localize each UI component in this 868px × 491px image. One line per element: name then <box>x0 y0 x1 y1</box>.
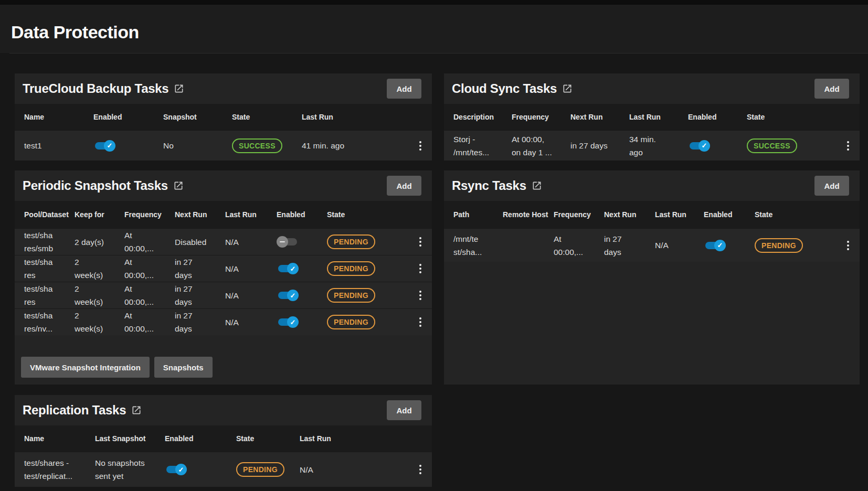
kebab-dot <box>419 465 421 467</box>
cell-value: 2 week(s) <box>75 311 103 333</box>
enabled-toggle[interactable] <box>277 236 299 248</box>
table-row: test/shares - test/replicat...No snapsho… <box>15 452 432 487</box>
cell-text: test/sha res/smb <box>24 229 75 255</box>
table-row: test1✓NoSUCCESS41 min. ago <box>15 130 432 161</box>
row-actions-button[interactable] <box>844 138 852 154</box>
cell-text: 2 day(s) <box>75 236 124 249</box>
column-header: Frequency <box>124 210 175 219</box>
row-actions-button[interactable] <box>844 238 852 253</box>
card-rsync: Rsync TasksAddPathRemote HostFrequencyNe… <box>444 170 860 385</box>
row-actions-button[interactable] <box>416 314 425 330</box>
add-button[interactable]: Add <box>814 79 849 99</box>
external-link-icon[interactable] <box>562 83 573 94</box>
cell-value: 34 min. ago <box>629 135 656 157</box>
kebab-dot <box>419 145 421 147</box>
cell-text: N/A <box>225 262 277 275</box>
enabled-toggle[interactable]: ✓ <box>277 290 299 301</box>
column-header: Keep for <box>75 210 124 219</box>
enabled-toggle[interactable]: ✓ <box>704 240 726 251</box>
row-actions-button[interactable] <box>416 287 425 303</box>
kebab-dot <box>419 291 421 293</box>
add-button[interactable]: Add <box>387 176 421 196</box>
footer-button-vmware-snapshot-integration[interactable]: VMware Snapshot Integration <box>21 357 150 378</box>
cell-value: test/sha res <box>24 258 52 280</box>
state-badge[interactable]: SUCCESS <box>232 138 282 153</box>
kebab-dot <box>419 325 421 327</box>
external-link-icon[interactable] <box>532 180 542 191</box>
cell-value: At 00:00,... <box>124 284 154 306</box>
add-button[interactable]: Add <box>387 400 421 420</box>
row-actions-button[interactable] <box>416 234 425 250</box>
column-header: Pool/Dataset <box>24 210 75 219</box>
cell-value: 41 min. ago <box>302 141 344 150</box>
row-actions-button[interactable] <box>416 261 425 276</box>
column-header: State <box>236 434 300 443</box>
state-badge[interactable]: PENDING <box>327 261 375 276</box>
state-badge[interactable]: SUCCESS <box>747 138 797 153</box>
enabled-toggle[interactable]: ✓ <box>93 140 115 152</box>
column-header: Enabled <box>688 113 747 122</box>
cell-value: test/sha res <box>24 284 52 306</box>
table-row: /mnt/te st/sha...At 00:00,...in 27 daysN… <box>444 228 860 262</box>
cell-value: No <box>163 141 174 150</box>
cell-text: in 27 days <box>604 232 655 259</box>
cell-value: in 27 days <box>604 234 622 257</box>
table-row: Storj - /mnt/tes...At 00:00, on day 1 ..… <box>444 130 860 161</box>
cell-text: At 00:00,... <box>124 229 175 255</box>
footer-button-snapshots[interactable]: Snapshots <box>154 357 213 378</box>
state-badge[interactable]: PENDING <box>327 315 375 329</box>
cell-text: test/shares - test/replicat... <box>24 456 95 483</box>
row-actions-cell <box>409 234 432 250</box>
enabled-toggle[interactable]: ✓ <box>688 140 710 152</box>
cell-text: in 27 days <box>570 139 629 152</box>
cell-value: At 00:00,... <box>554 234 583 257</box>
table-row: test/sha res2 week(s)At 00:00,...in 27 d… <box>15 282 432 308</box>
kebab-dot <box>847 244 849 247</box>
card-truecloud: TrueCloud Backup TasksAddNameEnabledSnap… <box>15 73 432 161</box>
column-header: Enabled <box>165 434 236 443</box>
enabled-toggle[interactable]: ✓ <box>277 316 299 328</box>
column-header: Frequency <box>554 210 604 219</box>
cell-toggle: ✓ <box>277 290 327 301</box>
table-row: test/sha res/smb2 day(s)At 00:00,...Disa… <box>15 228 432 255</box>
cell-value: N/A <box>225 238 239 247</box>
card-title-text: Cloud Sync Tasks <box>452 81 557 96</box>
kebab-dot <box>847 148 849 151</box>
cell-state: PENDING <box>327 288 409 303</box>
cell-value: Storj - /mnt/tes... <box>453 135 489 157</box>
add-button[interactable]: Add <box>814 176 849 196</box>
state-badge[interactable]: PENDING <box>327 288 375 303</box>
row-actions-button[interactable] <box>416 462 425 477</box>
external-link-icon[interactable] <box>173 180 184 191</box>
enabled-toggle[interactable]: ✓ <box>165 464 187 475</box>
cell-text: At 00:00,... <box>124 309 175 335</box>
table-header-row: NameEnabledSnapshotStateLast Run <box>15 104 432 130</box>
cell-value: Disabled <box>175 238 206 247</box>
external-link-icon[interactable] <box>131 405 142 415</box>
column-header: State <box>327 210 409 219</box>
cell-value: N/A <box>225 318 239 327</box>
column-header: Name <box>24 434 95 443</box>
cell-value: 2 day(s) <box>75 238 104 247</box>
kebab-dot <box>847 141 849 143</box>
state-badge[interactable]: PENDING <box>327 234 375 249</box>
state-badge[interactable]: PENDING <box>236 462 284 477</box>
data-protection-page: Data Protection TrueCloud Backup TasksAd… <box>0 0 868 491</box>
add-button[interactable]: Add <box>387 79 421 99</box>
kebab-dot <box>419 321 421 323</box>
cell-text: test1 <box>24 139 93 152</box>
cell-value: in 27 days <box>570 141 608 150</box>
kebab-dot <box>419 468 421 471</box>
top-edge-strip <box>0 0 868 5</box>
enabled-toggle[interactable]: ✓ <box>277 263 299 274</box>
card-header: TrueCloud Backup TasksAdd <box>15 73 432 104</box>
cell-value: test1 <box>24 141 42 150</box>
column-header: State <box>755 210 837 219</box>
card-periodic: Periodic Snapshot TasksAddPool/DatasetKe… <box>15 170 432 385</box>
cell-value: test/sha res/nv... <box>24 311 52 333</box>
state-badge[interactable]: PENDING <box>755 238 803 253</box>
row-actions-button[interactable] <box>416 138 425 154</box>
card-header: Periodic Snapshot TasksAdd <box>15 170 432 201</box>
external-link-icon[interactable] <box>174 83 184 94</box>
cell-text: No <box>163 139 232 152</box>
